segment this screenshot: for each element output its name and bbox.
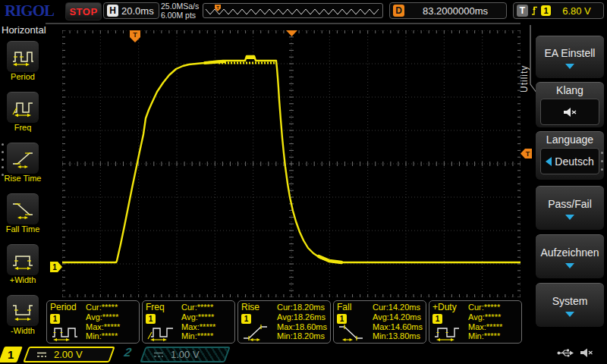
top-separator (46, 23, 521, 24)
neg-width-icon (7, 295, 39, 326)
fall-time-icon (338, 323, 373, 341)
measurement-box-freq[interactable]: Freq 1 Cur:***** Avg:***** Max:***** Min… (142, 300, 235, 344)
measurement-box-pos-duty[interactable]: +Duty 1 Cur:***** Avg:***** Max:***** Mi… (429, 300, 522, 344)
left-menu-label: Freq (0, 123, 46, 132)
measurement-stats: Cur:18.20ms Avg:18.26ms Max:18.60ms Min:… (277, 303, 330, 341)
trigger-level-value: 6.80 V (553, 5, 600, 17)
chevron-down-icon (565, 64, 574, 69)
dc-coupling-icon (153, 351, 164, 359)
measurement-stats: Cur:***** Avg:***** Max:***** Min:***** (181, 303, 234, 341)
language-value: Deutsch (555, 155, 593, 168)
left-menu-label: Rise Time (0, 174, 46, 183)
delay-readout: D 83.2000000ms (389, 2, 507, 19)
menu-item-label: Aufzeichnen (536, 235, 604, 259)
channel1-label[interactable]: 2.00 V (23, 347, 115, 362)
measurement-name: Rise (241, 302, 259, 312)
rising-edge-icon (530, 5, 539, 17)
speaker-muted-icon (562, 106, 577, 118)
waveform-memory-preview: T (203, 3, 383, 18)
channel2-number[interactable]: 2 (122, 346, 134, 359)
trigger-level-marker: T (521, 149, 532, 158)
svg-text:T: T (526, 150, 530, 158)
menu-item-pass-fail[interactable]: Pass/Fail (536, 186, 604, 230)
left-menu-label: Period (0, 72, 46, 81)
measurement-stats: Cur:14.20ms Avg:14.20ms Max:14.60ms Min:… (373, 303, 426, 341)
trigger-readout: T 1 6.80 V (513, 2, 604, 19)
memory-waveform-icon: T (203, 4, 382, 17)
menu-item-label: Pass/Fail (536, 187, 604, 210)
left-menu-label: +Width (0, 275, 46, 284)
acquisition-readout: 25.0MSa/s 6.00M pts (161, 2, 199, 20)
timebase-value: 20.0ms (121, 5, 154, 17)
measurement-name: Freq (146, 302, 165, 312)
pos-duty-icon (433, 323, 468, 341)
measurement-name: Period (50, 302, 77, 312)
freq-icon (7, 92, 39, 123)
svg-text:1: 1 (52, 263, 57, 271)
menu-item-language[interactable]: Language Deutsch (536, 131, 604, 180)
menu-item-label: EA Einstell (536, 36, 604, 59)
measurement-box-rise[interactable]: Rise 1 Cur:18.20ms Avg:18.26ms Max:18.60… (237, 300, 331, 344)
dc-coupling-icon (36, 351, 47, 359)
pos-width-icon (7, 244, 39, 275)
left-menu-title: Horizontal (2, 24, 46, 36)
measurement-box-period[interactable]: Period 1 Cur:***** Avg:***** Max:***** M… (46, 300, 140, 344)
rise-time-icon (7, 143, 39, 174)
menu-item-label: Language (536, 132, 604, 146)
sound-toggle-button[interactable] (540, 99, 599, 125)
menu-item-aufzeichnen[interactable]: Aufzeichnen (536, 234, 604, 278)
menu-item-ea-einstell[interactable]: EA Einstell (536, 36, 604, 78)
channel1-position-marker: 1 (50, 262, 62, 272)
menu-item-klang[interactable]: Klang (536, 82, 604, 127)
period-icon (7, 41, 39, 72)
trigger-source-badge: 1 (541, 5, 551, 16)
channel2-label[interactable]: 1.00 V (140, 347, 231, 362)
delay-value: 83.2000000ms (407, 5, 503, 17)
sample-rate: 25.0MSa/s (161, 2, 199, 11)
measurement-box-fall[interactable]: Fall 1 Cur:14.20ms Avg:14.20ms Max:14.60… (333, 300, 426, 344)
channel1-number[interactable]: 1 (0, 347, 23, 362)
horizontal-timebase-readout: H 20.0ms (103, 2, 159, 19)
right-page-dots (601, 152, 603, 176)
rigol-logo: RIGOL (5, 2, 54, 20)
left-page-dots (2, 143, 4, 181)
left-menu-label: Fall Time (0, 224, 46, 234)
chevron-left-icon (546, 157, 552, 166)
delay-badge: D (393, 5, 404, 17)
chevron-down-icon (565, 215, 574, 220)
svg-text:T: T (216, 5, 219, 10)
measurement-name: Fall (337, 302, 351, 312)
left-menu-label: -Width (0, 326, 46, 335)
memory-depth: 6.00M pts (161, 11, 199, 20)
channel2-scale: 1.00 V (171, 349, 200, 360)
h-badge: H (107, 5, 118, 17)
speaker-muted-icon (580, 347, 593, 359)
menu-item-label: Klang (536, 83, 604, 96)
trigger-badge: T (517, 5, 528, 17)
menu-item-system[interactable]: System (536, 283, 604, 327)
usb-icon (557, 348, 574, 358)
measurement-stats: Cur:***** Avg:***** Max:***** Min:***** (468, 303, 521, 341)
run-stop-button[interactable]: STOP (65, 2, 102, 20)
menu-item-label: System (536, 284, 604, 307)
rise-time-icon (242, 323, 277, 341)
status-icon-group (557, 347, 593, 359)
measurement-stats: Cur:***** Avg:***** Max:***** Min:***** (86, 303, 139, 341)
language-select[interactable]: Deutsch (540, 148, 599, 174)
oscilloscope-screen: RIGOL STOP H 20.0ms 25.0MSa/s 6.00M pts … (0, 0, 607, 364)
utility-tab-label: Utility (519, 39, 530, 93)
chevron-down-icon (565, 263, 574, 268)
chevron-down-icon (565, 312, 574, 317)
freq-icon (146, 323, 181, 341)
measurement-name: +Duty (432, 302, 457, 312)
period-icon (51, 323, 86, 341)
fall-time-icon (7, 193, 39, 224)
channel1-scale: 2.00 V (54, 349, 83, 360)
graticule (62, 30, 521, 297)
